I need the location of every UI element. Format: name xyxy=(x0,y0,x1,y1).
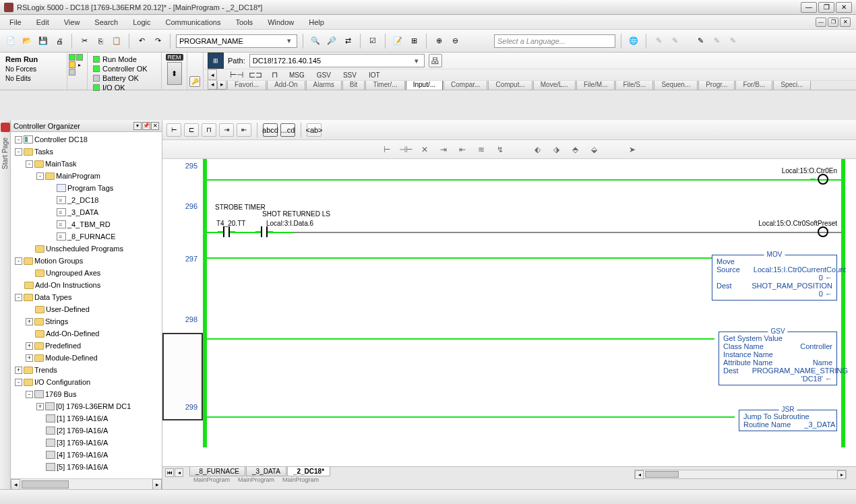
tree-node[interactable]: _2_DC18 xyxy=(12,194,160,206)
tree-expander[interactable]: - xyxy=(15,136,22,144)
tree-expander[interactable]: - xyxy=(26,160,33,168)
close-button[interactable]: ✕ xyxy=(836,2,852,13)
key-button[interactable]: 🔑 xyxy=(189,76,200,87)
tree-node[interactable]: Add-On-Defined xyxy=(12,327,160,340)
tool-button-1[interactable]: ✎ xyxy=(652,34,665,48)
menu-logic[interactable]: Logic xyxy=(126,17,157,28)
organizer-pin-button[interactable]: 📌 xyxy=(142,122,150,130)
tree-node[interactable]: [3] 1769-IA16/A xyxy=(12,437,160,449)
properties-button[interactable]: 📝 xyxy=(391,34,404,48)
tab-prev-button[interactable]: ◂ xyxy=(208,69,217,80)
maximize-button[interactable]: ❐ xyxy=(818,2,834,13)
tree-expander[interactable]: - xyxy=(15,148,22,156)
routine-tab[interactable]: _3_DATA xyxy=(246,467,286,476)
network-icon[interactable]: ⊞ xyxy=(208,53,224,69)
category-tab[interactable]: Add-On xyxy=(267,80,305,90)
tool-button-3[interactable]: ✎ xyxy=(694,34,707,48)
tool-button-5[interactable]: ✎ xyxy=(726,34,739,48)
edit-insert-button[interactable]: ⇥ xyxy=(219,123,234,137)
contact-tag[interactable]: Local:3:I.Data.6 xyxy=(266,220,313,227)
cut-button[interactable]: ✂ xyxy=(78,34,91,48)
tree-node[interactable]: + Trends xyxy=(12,364,160,376)
menu-help[interactable]: Help xyxy=(302,17,331,28)
tree-node[interactable]: - Motion Groups xyxy=(12,255,160,267)
category-tab[interactable]: Alarms xyxy=(306,80,342,90)
tree-expander[interactable]: + xyxy=(26,342,33,350)
menu-communications[interactable]: Communications xyxy=(159,17,228,28)
mdi-minimize-button[interactable]: — xyxy=(816,18,826,27)
rung-tool-7[interactable]: ↯ xyxy=(493,144,507,156)
category-tab[interactable]: File/M... xyxy=(576,80,615,90)
rung-number[interactable]: 297 xyxy=(162,252,203,313)
zoom-out-button[interactable]: ⊖ xyxy=(448,34,462,48)
category-tab[interactable]: Favori... xyxy=(227,80,266,90)
tool-button-2[interactable]: ✎ xyxy=(668,34,681,48)
rung-number[interactable]: 299 xyxy=(162,400,203,447)
tree-node[interactable]: - MainProgram xyxy=(12,170,160,182)
tool-button-4[interactable]: ✎ xyxy=(710,34,723,48)
category-tab[interactable]: Speci... xyxy=(773,80,810,90)
rung-tool-5[interactable]: ⇤ xyxy=(456,144,469,156)
gsv-instruction[interactable]: GSV Get System Value Class NameControlle… xyxy=(719,332,837,385)
rung-tool-2[interactable]: ⊣⊢ xyxy=(399,144,412,156)
bot-prev-button[interactable]: ◂ xyxy=(175,468,183,477)
rung-number[interactable]: 298 xyxy=(162,313,203,400)
tree-node[interactable]: Ungrouped Axes xyxy=(12,267,160,279)
rung-tool-12[interactable]: ➤ xyxy=(625,144,639,156)
find-button[interactable]: 🔍 xyxy=(309,34,322,48)
tree-node[interactable]: - I/O Configuration xyxy=(12,376,160,388)
output-coil[interactable] xyxy=(816,174,830,185)
category-tab[interactable]: Move/L... xyxy=(533,80,576,90)
tree-node[interactable]: _8_FURNACE xyxy=(12,230,160,243)
routine-tab[interactable]: _2_DC18* xyxy=(287,467,330,476)
level-symbol-icon[interactable]: ⊓ xyxy=(268,69,280,80)
xic-contact[interactable] xyxy=(255,226,273,237)
organizer-tree[interactable]: - Controller DC18- Tasks- MainTask- Main… xyxy=(11,132,162,478)
tree-node[interactable]: User-Defined xyxy=(12,303,160,315)
jsr-instruction[interactable]: JSR Jump To Subroutine Routine Name_3_DA… xyxy=(739,410,837,431)
open-button[interactable]: 📂 xyxy=(20,34,34,48)
tree-node[interactable]: [5] 1769-IA16/A xyxy=(12,461,160,473)
instruction-msg[interactable]: MSG xyxy=(287,71,307,79)
category-tab[interactable]: Compar... xyxy=(444,80,487,90)
category-tab[interactable]: File/S... xyxy=(615,80,653,90)
tree-node[interactable]: + [0] 1769-L36ERM DC1 xyxy=(12,400,160,412)
edit-append-button[interactable]: ⇤ xyxy=(237,123,251,137)
tree-expander[interactable]: + xyxy=(15,367,22,374)
tree-node[interactable]: + Module-Defined xyxy=(12,352,160,364)
menu-edit[interactable]: Edit xyxy=(30,17,56,28)
tree-expander[interactable]: + xyxy=(26,354,33,362)
zoom-in-button[interactable]: ⊕ xyxy=(432,34,446,48)
cd-button[interactable]: ...cd xyxy=(280,123,295,137)
menu-search[interactable]: Search xyxy=(88,17,125,28)
rung-tool-11[interactable]: ⬙ xyxy=(588,144,601,156)
tree-node[interactable]: + Strings xyxy=(12,315,160,327)
rung-tool-4[interactable]: ⇥ xyxy=(437,144,450,156)
tree-node[interactable]: Add-On Instructions xyxy=(12,279,160,291)
category-tab[interactable]: Bit xyxy=(342,80,365,90)
program-dropdown[interactable]: PROGRAM_NAME ▾ xyxy=(176,34,297,48)
edit-level-button[interactable]: ⊓ xyxy=(202,123,216,137)
minimize-button[interactable]: — xyxy=(801,2,817,13)
tree-expander[interactable]: - xyxy=(15,379,22,386)
ab-button[interactable]: <ab> xyxy=(307,123,322,137)
replace-button[interactable]: ⇄ xyxy=(341,34,355,48)
path-input[interactable]: DC18!172.16.40.145 ▾ xyxy=(249,54,425,67)
rung-tool-10[interactable]: ⬘ xyxy=(569,144,582,156)
cross-ref-button[interactable]: ⊞ xyxy=(407,34,421,48)
menu-view[interactable]: View xyxy=(57,17,87,28)
instruction-iot[interactable]: IOT xyxy=(367,71,382,79)
organizer-close-button[interactable]: ✕ xyxy=(151,122,159,130)
edit-rung-button[interactable]: ⊢ xyxy=(166,123,181,137)
tabs-next-button[interactable]: ▸ xyxy=(217,80,226,90)
tree-node[interactable]: - Tasks xyxy=(12,146,160,158)
tree-node[interactable]: - Controller DC18 xyxy=(12,133,160,146)
tree-node[interactable]: - MainTask xyxy=(12,158,160,170)
tree-node[interactable]: [1] 1769-IA16/A xyxy=(12,412,160,424)
category-tab[interactable]: Sequen... xyxy=(654,80,698,90)
ladder-hscroll[interactable]: ◂ ▸ xyxy=(634,470,847,479)
organizer-dropdown-button[interactable]: ▾ xyxy=(133,122,142,130)
menu-tools[interactable]: Tools xyxy=(228,17,259,28)
rung-tool-8[interactable]: ⬖ xyxy=(531,144,545,156)
edit-branch-button[interactable]: ⊏ xyxy=(184,123,199,137)
